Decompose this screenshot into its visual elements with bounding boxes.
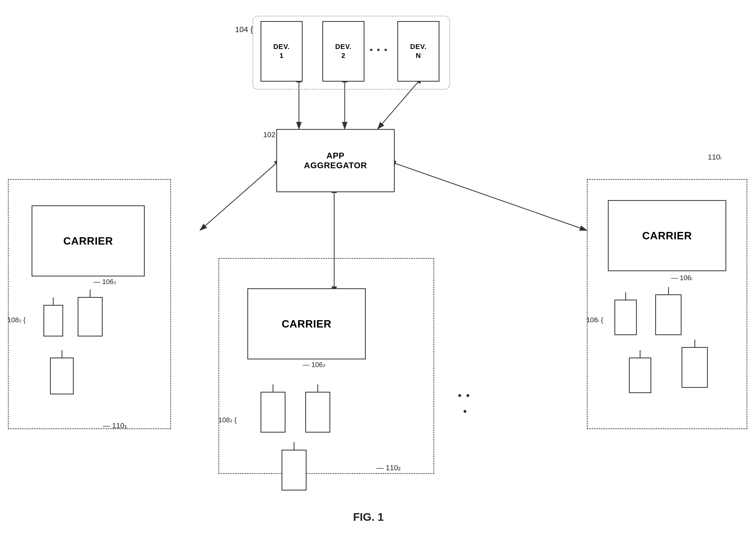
label-104: 104 { (235, 25, 253, 34)
carrierI-box: CARRIER (608, 200, 726, 271)
mobile-2-2 (305, 384, 330, 433)
fig-label: FIG. 1 (316, 511, 421, 523)
devN-box: DEV.N (397, 21, 439, 81)
dev-dots: • • • (370, 45, 388, 55)
label-108-I: 108ᵢ { (586, 316, 603, 324)
label-102: 102 (263, 131, 275, 139)
label-106-I: — 106ᵢ (671, 274, 693, 282)
label-108-2: 108₂ { (218, 416, 237, 424)
mobile-I-1 (614, 292, 637, 335)
label-110-I: 110ᵢ (708, 153, 721, 161)
app-aggregator-label1: APP (304, 151, 367, 161)
mobile-1-3 (50, 350, 74, 394)
carrier2-label: CARRIER (281, 318, 331, 330)
app-aggregator-box: APP AGGREGATOR (276, 129, 395, 192)
dev1-label: DEV. 1 (273, 42, 290, 60)
mobile-1-2 (78, 290, 103, 337)
mobile-1-1 (44, 298, 63, 337)
mobile-2-1 (261, 384, 285, 433)
mobile-I-2 (655, 287, 682, 335)
mobile-I-4 (629, 350, 651, 393)
dev1-box: DEV. 1 (261, 21, 303, 81)
label-106-1: — 106₁ (93, 278, 116, 286)
svg-line-9 (395, 163, 587, 230)
mobile-I-3 (682, 339, 708, 388)
group-dots: • • (458, 390, 471, 402)
carrierI-label: CARRIER (642, 230, 692, 242)
app-aggregator-label2: AGGREGATOR (304, 161, 367, 170)
carrier2-box: CARRIER (247, 288, 366, 359)
dev2-label: DEV.2 (335, 42, 352, 60)
label-108-1: 108₁ { (7, 316, 26, 324)
diagram: 104 { DEV. 1 DEV.2 • • • DEV.N APP AGGRE… (0, 0, 756, 540)
carrier1-box: CARRIER (32, 205, 145, 276)
label-110-2: — 110₂ (376, 464, 401, 472)
devN-label: DEV.N (410, 42, 427, 60)
mobile-2-3 (281, 442, 307, 490)
carrier1-label: CARRIER (63, 235, 113, 247)
label-106-2: — 106₂ (303, 361, 326, 369)
group-dots2: • (463, 405, 468, 417)
label-110-1: — 110₁ (103, 421, 127, 430)
dev2-box: DEV.2 (322, 21, 365, 81)
svg-line-7 (200, 163, 276, 230)
